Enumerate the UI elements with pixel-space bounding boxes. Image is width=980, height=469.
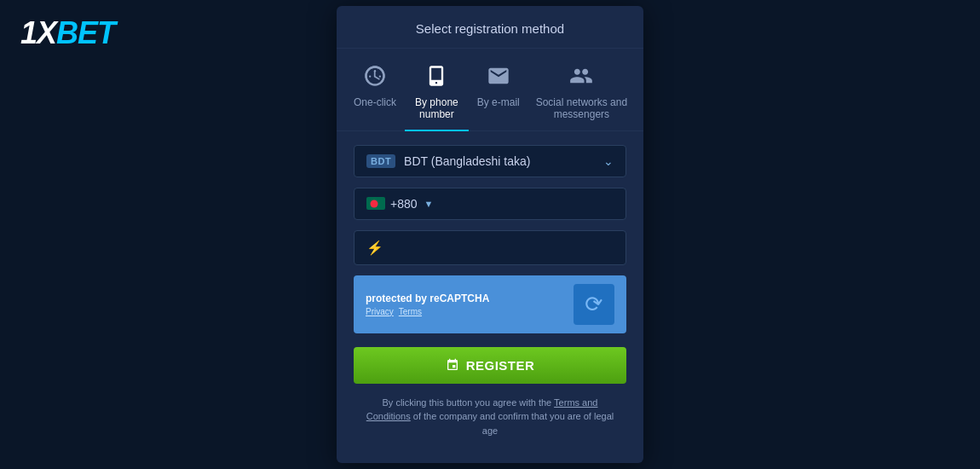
speedometer-icon (360, 61, 390, 91)
captcha-brand-text: protected by reCAPTCHA (366, 292, 489, 304)
tab-by-email[interactable]: By e-mail (469, 61, 528, 130)
captcha-left: protected by reCAPTCHA Privacy Terms (366, 292, 489, 316)
modal-title: Select registration method (337, 6, 643, 49)
currency-selector[interactable]: BDT BDT (Bangladeshi taka) ⌄ (354, 145, 626, 177)
logo-bet-text: BET (56, 15, 115, 51)
phone-code-chevron-icon: ▼ (424, 199, 434, 209)
bangladesh-flag-icon (366, 197, 385, 210)
lightning-icon: ⚡ (366, 240, 383, 256)
captcha-privacy-link[interactable]: Privacy (366, 307, 394, 316)
tab-by-email-label: By e-mail (477, 96, 520, 108)
captcha-checkmark-icon: ⟳ (582, 290, 605, 319)
tab-one-click-label: One-click (354, 96, 396, 108)
captcha-checkmark-box: ⟳ (574, 284, 614, 325)
tab-social[interactable]: Social networks and messengers (528, 61, 635, 130)
tab-by-phone[interactable]: By phone number (405, 61, 469, 130)
currency-icon: BDT (366, 154, 395, 168)
password-input[interactable] (390, 240, 614, 254)
email-icon (483, 61, 514, 91)
logo[interactable]: 1XBET (20, 15, 115, 51)
tab-social-label: Social networks and messengers (535, 96, 628, 120)
tab-one-click[interactable]: One-click (345, 61, 405, 130)
chevron-down-icon: ⌄ (603, 154, 614, 168)
terms-text-part2: of the company and confirm that you are … (413, 411, 614, 436)
password-row: ⚡ (354, 230, 626, 265)
captcha-links: Privacy Terms (366, 307, 489, 316)
phone-country-code: +880 (390, 197, 418, 211)
phone-number-row[interactable]: +880 ▼ (354, 188, 626, 220)
register-icon (446, 358, 459, 372)
logo-1x-text: 1X (20, 15, 56, 51)
form-area: BDT BDT (Bangladeshi taka) ⌄ +880 ▼ ⚡ pr… (337, 131, 643, 447)
terms-text: By clicking this button you agree with t… (354, 396, 626, 438)
registration-tabs: One-click By phone number By e-mail (337, 49, 643, 131)
phone-icon (421, 61, 452, 91)
register-button[interactable]: REGISTER (354, 347, 626, 384)
currency-label: BDT (Bangladeshi taka) (404, 154, 603, 168)
terms-text-part1: By clicking this button you agree with t… (383, 397, 552, 408)
recaptcha-box[interactable]: protected by reCAPTCHA Privacy Terms ⟳ (354, 275, 626, 333)
registration-modal: Select registration method One-click (337, 6, 643, 464)
logo-area: 1XBET (20, 15, 115, 51)
social-icon (566, 61, 597, 91)
register-button-label: REGISTER (466, 358, 535, 373)
tab-by-phone-label: By phone number (412, 96, 462, 120)
captcha-terms-link[interactable]: Terms (399, 307, 422, 316)
